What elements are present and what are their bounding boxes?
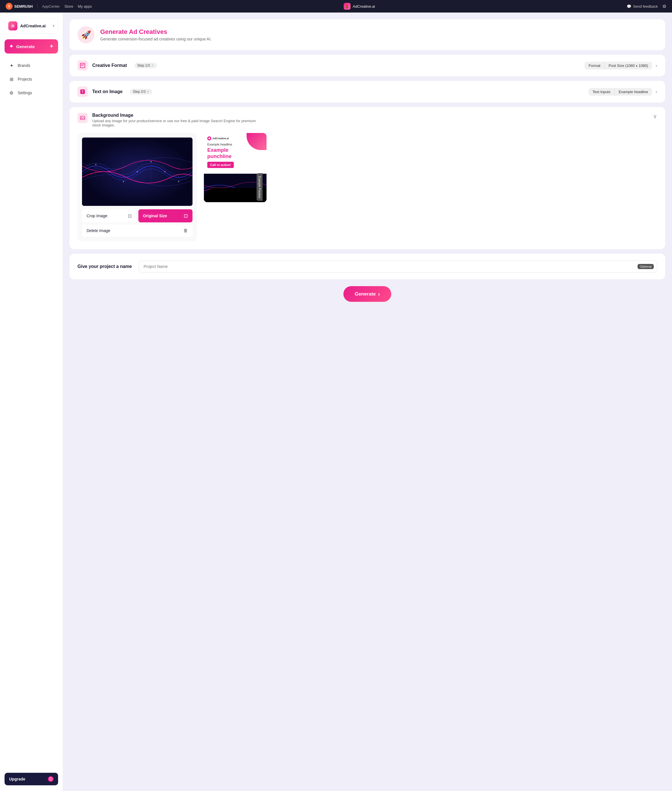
sidebar-item-settings[interactable]: ⚙ Settings xyxy=(5,86,58,99)
sidebar-item-brands[interactable]: ✦ Brands xyxy=(5,59,58,72)
feedback-icon: 💬 xyxy=(627,4,631,8)
upgrade-label: Upgrade xyxy=(9,777,26,781)
project-name-label: Give your project a name xyxy=(77,264,132,269)
upgrade-button[interactable]: Upgrade ⓘ xyxy=(5,773,58,785)
optional-badge: Optional xyxy=(638,264,654,269)
original-size-label: Original Size xyxy=(143,214,167,218)
step1-badge: Step 1/3 ✓ xyxy=(134,62,157,68)
crop-image-button[interactable]: Crop Image ⊡ xyxy=(82,209,136,222)
semrush-brand[interactable]: S SEMRUSH xyxy=(6,3,33,10)
step2-title: Text on Image xyxy=(92,89,122,94)
feedback-button[interactable]: 💬 Send feedback xyxy=(627,4,658,8)
page-title: Generate Ad Creatives xyxy=(100,28,211,35)
sidebar-brand-name: AdCreative.ai xyxy=(20,24,50,28)
action-buttons-row: Crop Image ⊡ Original Size ⊡ xyxy=(82,209,192,222)
step1-info: Format Post Size (1080 x 1080) xyxy=(585,62,652,69)
original-size-icon: ⊡ xyxy=(184,213,188,219)
generate-main-label: Generate xyxy=(355,291,376,297)
step1-check-icon: ✓ xyxy=(151,64,154,67)
sidebar-nav: ✦ Brands ⊞ Projects ⚙ Settings xyxy=(5,59,58,770)
generate-main-button[interactable]: Generate › xyxy=(343,286,391,302)
project-name-input[interactable] xyxy=(139,260,657,273)
background-image-icon xyxy=(77,113,88,123)
topnav-right: 💬 Send feedback ⚙ xyxy=(627,4,666,9)
step2-card[interactable]: T Text on Image Step 2/3 ✓ Text Inputs E… xyxy=(69,81,665,102)
svg-point-12 xyxy=(164,171,165,172)
ep-punchline: Example punchline xyxy=(207,147,263,160)
semrush-name: SEMRUSH xyxy=(14,4,33,8)
nav-divider xyxy=(37,3,38,9)
sidebar-brand-chevron: ▾ xyxy=(53,24,54,28)
step2-info-headline: Example headline xyxy=(614,88,652,96)
image-preview-bg xyxy=(82,137,192,206)
background-image-text: Background Image Upload any image for yo… xyxy=(92,113,263,127)
brand-logo xyxy=(8,21,18,30)
project-name-input-wrapper: Optional xyxy=(139,260,657,273)
background-image-content: Crop Image ⊡ Original Size ⊡ Delete Imag… xyxy=(69,133,665,249)
myapps-link[interactable]: My apps xyxy=(78,4,92,8)
projects-label: Projects xyxy=(18,77,32,81)
background-image-header[interactable]: Background Image Upload any image for yo… xyxy=(69,107,665,133)
upgrade-icon: ⓘ xyxy=(48,776,54,782)
main-content: 🚀 Generate Ad Creatives Generate convers… xyxy=(62,13,672,791)
step2-info-text: Text Inputs xyxy=(589,88,614,96)
generate-btn-icon: ✦ xyxy=(49,43,54,50)
brands-label: Brands xyxy=(18,63,30,68)
brands-icon: ✦ xyxy=(8,62,14,68)
generate-arrow-icon: › xyxy=(378,291,380,297)
background-image-title: Background Image xyxy=(92,113,263,118)
original-size-button[interactable]: Original Size ⊡ xyxy=(138,209,192,222)
delete-icon: 🗑 xyxy=(183,228,188,233)
step2-badge-label: Step 2/3 xyxy=(133,90,146,94)
step1-title: Creative Format xyxy=(92,63,127,68)
semrush-logo-icon: S xyxy=(6,3,13,10)
store-link[interactable]: Store xyxy=(64,4,73,8)
settings-icon[interactable]: ⚙ xyxy=(662,4,666,9)
sidebar-brand[interactable]: AdCreative.ai ▾ xyxy=(5,18,58,34)
crop-icon: ⊡ xyxy=(128,213,131,219)
example-preview-top: AdCreative.ai Example headline Example p… xyxy=(204,133,267,174)
settings-nav-icon: ⚙ xyxy=(8,90,14,96)
step1-arrow-icon: › xyxy=(656,62,657,69)
step2-info: Text Inputs Example headline xyxy=(589,88,652,96)
step1-info-format: Format xyxy=(585,62,604,69)
step2-check-icon: ✓ xyxy=(147,90,149,94)
step2-icon: T xyxy=(77,86,88,97)
header-rocket-icon: 🚀 xyxy=(77,26,94,43)
step2-arrow-icon: › xyxy=(656,89,657,95)
sidebar: AdCreative.ai ▾ ✦ Generate ✦ ✦ Brands ⊞ … xyxy=(0,13,62,791)
wave-visualization xyxy=(82,137,192,206)
ep-logo-text: AdCreative.ai xyxy=(213,137,229,140)
current-app-name: AdCreative.ai xyxy=(353,4,375,8)
top-navigation: S SEMRUSH AppCenter Store My apps 💄 AdCr… xyxy=(0,0,672,13)
step1-badge-label: Step 1/3 xyxy=(137,64,150,67)
svg-point-10 xyxy=(137,171,138,172)
page-subtitle: Generate conversion-focused ad creatives… xyxy=(100,37,211,41)
example-preview-container: AdCreative.ai Example headline Example p… xyxy=(204,133,272,241)
delete-image-label: Delete Image xyxy=(86,229,110,233)
delete-image-button[interactable]: Delete Image 🗑 xyxy=(82,225,192,237)
ep-cta: Call to action! xyxy=(207,162,234,168)
example-preview-tab: Example Preview xyxy=(256,173,262,201)
generate-sparkle-icon: ✦ xyxy=(9,43,13,50)
image-editor: Crop Image ⊡ Original Size ⊡ Delete Imag… xyxy=(77,133,197,241)
background-image-description: Upload any image for your product/servic… xyxy=(92,119,263,127)
generate-sidebar-button[interactable]: ✦ Generate ✦ xyxy=(5,39,58,54)
appcenter-label[interactable]: AppCenter xyxy=(42,4,60,8)
projects-icon: ⊞ xyxy=(8,76,14,82)
background-image-card: Background Image Upload any image for yo… xyxy=(69,107,665,249)
svg-text:T: T xyxy=(82,90,83,93)
sidebar-item-projects[interactable]: ⊞ Projects xyxy=(5,73,58,85)
example-preview-tab-label: Example Preview xyxy=(258,176,261,198)
feedback-label: Send feedback xyxy=(633,4,658,8)
main-layout: AdCreative.ai ▾ ✦ Generate ✦ ✦ Brands ⊞ … xyxy=(0,13,672,791)
step1-right: Format Post Size (1080 x 1080) › xyxy=(585,62,657,69)
topnav-center: 💄 AdCreative.ai xyxy=(96,3,622,10)
step1-card[interactable]: Creative Format Step 1/3 ✓ Format Post S… xyxy=(69,55,665,76)
header-text: Generate Ad Creatives Generate conversio… xyxy=(100,28,211,41)
adcreative-icon: 💄 xyxy=(344,3,350,10)
header-card: 🚀 Generate Ad Creatives Generate convers… xyxy=(69,19,665,50)
background-image-collapse-icon[interactable]: ∨ xyxy=(653,113,657,120)
crop-image-label: Crop Image xyxy=(86,214,107,218)
step2-right: Text Inputs Example headline › xyxy=(589,88,657,96)
